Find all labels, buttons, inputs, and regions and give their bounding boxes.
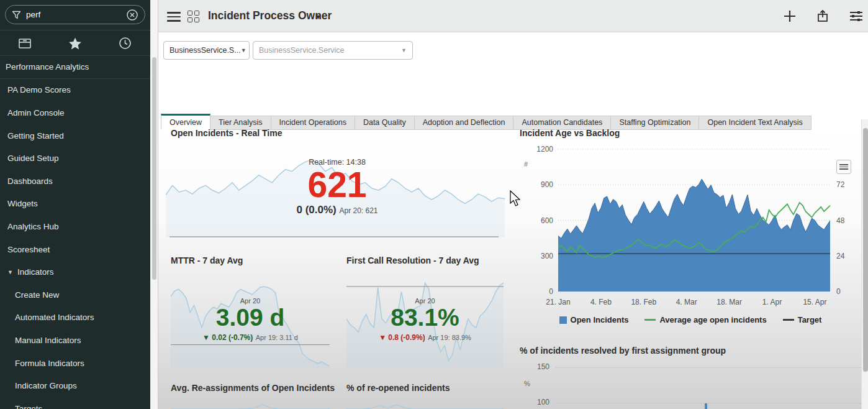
- mouse-cursor: [509, 190, 521, 208]
- sidebar-item-label: Formula Indicators: [15, 359, 84, 368]
- fcr-delta: ▼ 0.8 (-0.9%): [379, 333, 425, 342]
- open-incidents-delta: 0 (0.0%): [296, 204, 336, 216]
- sidebar-item-label: Create New: [15, 290, 59, 300]
- sidebar-item-pa-demo-scores[interactable]: PA Demo Scores: [0, 79, 150, 102]
- favorites-icon[interactable]: [50, 37, 101, 50]
- sidebar-scrollbar[interactable]: [150, 0, 158, 409]
- svg-text:0: 0: [836, 287, 841, 296]
- all-applications-icon[interactable]: [0, 37, 50, 50]
- tab-staffing-optimization[interactable]: Staffing Optimization: [611, 116, 699, 130]
- navigator-menu: Performance AnalyticsPA Demo ScoresAdmin…: [0, 56, 150, 409]
- history-icon[interactable]: [100, 37, 150, 50]
- dashboard-settings-sliders-icon[interactable]: [849, 9, 864, 23]
- sidebar-item-formula-indicators[interactable]: Formula Indicators: [0, 352, 150, 375]
- sidebar-item-analytics-hub[interactable]: Analytics Hub: [0, 215, 150, 238]
- chart-title-incident-age-vs-backlog: Incident Age vs Backlog: [520, 128, 620, 138]
- sidebar-item-label: Analytics Hub: [7, 222, 59, 231]
- sidebar-item-label: Admin Console: [7, 108, 65, 117]
- sidebar-item-manual-indicators[interactable]: Manual Indicators: [0, 329, 150, 352]
- sidebar-item-scoresheet[interactable]: Scoresheet: [0, 238, 150, 261]
- mttr-value: 3.09 d: [171, 305, 330, 331]
- sidebar-item-automated-indicators[interactable]: Automated Indicators: [0, 306, 150, 329]
- fcr-annotation: Apr 19: 83.9%: [428, 334, 471, 341]
- dashboard-title: Incident Process Owner: [208, 9, 332, 22]
- breakdown-filter-dropdown[interactable]: BusinessService.S... ▼: [163, 41, 250, 60]
- svg-text:18. Feb: 18. Feb: [631, 298, 656, 306]
- sidebar-item-widgets[interactable]: Widgets: [0, 193, 150, 216]
- sidebar-item-label: Scoresheet: [7, 245, 50, 254]
- sidebar-item-performance-analytics[interactable]: Performance Analytics: [0, 56, 150, 79]
- legend-item-average-age-open-incidents[interactable]: Average age open incidents: [644, 315, 766, 324]
- tab-open-incident-text-analysis[interactable]: Open Incident Text Analysis: [699, 116, 811, 130]
- sidebar-item-dashboards[interactable]: Dashboards: [0, 170, 150, 193]
- navigator-search[interactable]: [5, 5, 145, 24]
- y-axis-label-count: #: [524, 160, 528, 168]
- y-axis-label-percent: %: [524, 380, 530, 387]
- add-widget-icon[interactable]: [783, 9, 797, 23]
- sidebar-item-indicators[interactable]: ▼Indicators: [0, 260, 150, 283]
- dashboard-grid-icon[interactable]: [188, 11, 200, 23]
- menu-hamburger-icon[interactable]: [167, 12, 181, 24]
- expanded-caret-icon[interactable]: ▼: [7, 269, 13, 275]
- legend-item-open-incidents[interactable]: Open Incidents: [559, 315, 629, 324]
- svg-text:21. Jan: 21. Jan: [546, 298, 570, 306]
- chart-context-menu-button[interactable]: [836, 160, 851, 174]
- dashboard-picker-caret-icon[interactable]: ▼: [315, 13, 322, 21]
- breakdown-filter-value: BusinessService.S...: [170, 46, 241, 55]
- application-window: Performance AnalyticsPA Demo ScoresAdmin…: [0, 0, 868, 409]
- gridline: [556, 367, 861, 368]
- tab-data-quality[interactable]: Data Quality: [355, 116, 415, 130]
- legend-item-target[interactable]: Target: [783, 315, 822, 324]
- sidebar-item-targets[interactable]: Targets: [0, 397, 150, 409]
- incident-age-vs-backlog-chart[interactable]: 03006009001200024487221. Jan4. Feb18. Fe…: [522, 140, 861, 313]
- svg-text:24: 24: [836, 252, 845, 260]
- svg-text:600: 600: [541, 216, 553, 225]
- partial-series-mark: [705, 403, 707, 409]
- y-tick-100: 100: [528, 398, 549, 407]
- legend-label: Average age open incidents: [659, 315, 766, 324]
- application-navigator-sidebar: Performance AnalyticsPA Demo ScoresAdmin…: [0, 0, 158, 409]
- chart-title-mttr: MTTR - 7 day Avg: [171, 255, 243, 265]
- sidebar-item-guided-setup[interactable]: Guided Setup: [0, 147, 150, 170]
- sidebar-item-indicator-groups[interactable]: Indicator Groups: [0, 374, 150, 397]
- sidebar-item-label: Performance Analytics: [6, 62, 89, 71]
- svg-text:1200: 1200: [536, 145, 553, 154]
- main-scrollbar[interactable]: [861, 119, 868, 409]
- legend-label: Open Incidents: [571, 315, 629, 324]
- sidebar-item-label: Indicators: [17, 267, 54, 277]
- svg-text:15. Apr: 15. Apr: [803, 298, 826, 306]
- tab-adoption-and-deflection[interactable]: Adoption and Deflection: [415, 116, 514, 130]
- sidebar-item-getting-started[interactable]: Getting Started: [0, 124, 150, 147]
- sidebar-item-label: Automated Indicators: [15, 313, 94, 322]
- sidebar-item-label: Manual Indicators: [15, 336, 81, 345]
- mttr-delta: ▼ 0.02 (-0.7%): [202, 333, 253, 342]
- service-filter-dropdown[interactable]: BusinessService.Service ▼: [253, 41, 413, 60]
- share-icon[interactable]: [816, 9, 830, 23]
- legend-marker: [783, 319, 794, 321]
- clear-search-icon[interactable]: [126, 9, 138, 21]
- sidebar-item-create-new[interactable]: Create New: [0, 283, 150, 306]
- pct-reopened-sparkline[interactable]: [346, 398, 504, 409]
- sidebar-item-admin-console[interactable]: Admin Console: [0, 101, 150, 124]
- svg-text:4. Feb: 4. Feb: [590, 298, 612, 306]
- y-tick-150: 150: [528, 362, 549, 371]
- navigator-search-input[interactable]: [26, 10, 125, 19]
- sidebar-item-label: Widgets: [7, 199, 38, 208]
- svg-text:48: 48: [836, 216, 845, 225]
- svg-text:4. Mar: 4. Mar: [676, 298, 697, 306]
- main-scrollbar-thumb[interactable]: [863, 128, 868, 372]
- open-incidents-realtime-overlay: Real-time: 14:38 621 0 (0.0%) Apr 20: 62…: [269, 158, 405, 216]
- avg-reassignments-sparkline[interactable]: [171, 398, 330, 409]
- svg-text:900: 900: [541, 180, 553, 189]
- tab-incident-operations[interactable]: Incident Operations: [271, 116, 355, 130]
- svg-text:1. Apr: 1. Apr: [762, 298, 782, 306]
- chart-title-pct-reopened: % of re-opened incidents: [346, 383, 450, 393]
- chart-legend: Open IncidentsAverage age open incidents…: [520, 315, 861, 324]
- service-filter-placeholder: BusinessService.Service: [259, 46, 345, 55]
- sidebar-scrollbar-thumb[interactable]: [152, 57, 156, 280]
- fcr-value: 83.1%: [346, 305, 504, 331]
- sidebar-item-label: Getting Started: [7, 131, 64, 140]
- chevron-down-icon: ▼: [401, 47, 407, 53]
- chart-title-open-incidents-real-time: Open Incidents - Real Time: [171, 128, 282, 138]
- dashboard-main-area: Incident Process Owner ▼ BusinessService…: [158, 0, 868, 409]
